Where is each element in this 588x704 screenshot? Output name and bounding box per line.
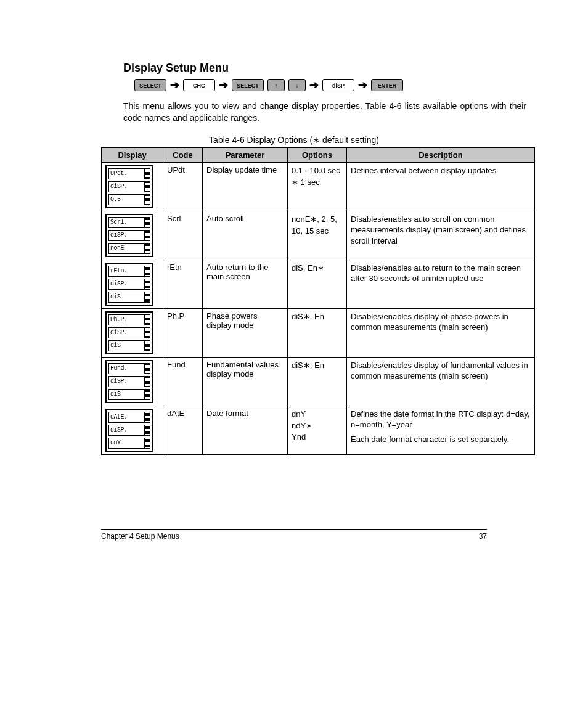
table-caption-default: (∗ default setting) [310, 135, 379, 145]
display-cell: UPdt.diSP.0.5 [102, 162, 163, 211]
code-cell: UPdt [163, 162, 203, 211]
table-row: Scrl.diSP.nonEScrlAuto scrollnonE∗, 2, 5… [102, 211, 535, 260]
options-cell: dnYndY∗Ynd [288, 406, 347, 454]
options-cell: diS∗, En [288, 357, 347, 406]
arrow-right-icon: ➔ [219, 78, 228, 92]
description-text: Disables/enables display of phase powers… [351, 311, 531, 333]
lcd-hatch-icon [144, 328, 150, 338]
lcd-row: Fund. [108, 363, 150, 374]
table-caption: Table 4-6 Display Options (∗ default set… [62, 135, 526, 145]
lcd-row: dnY [108, 438, 150, 449]
code-cell: rEtn [163, 260, 203, 308]
options-table: Display Code Parameter Options Descripti… [101, 147, 535, 455]
display-cell: dAtE.diSP.dnY [102, 406, 163, 454]
table-row: rEtn.diSP.diSrEtnAuto return to the main… [102, 260, 535, 308]
table-header-row: Display Code Parameter Options Descripti… [102, 147, 535, 162]
lcd-hatch-icon [144, 169, 150, 179]
lcd-hatch-icon [144, 390, 150, 399]
arrow-right-icon: ➔ [358, 78, 367, 92]
lcd-row: diSP. [108, 181, 150, 192]
up-arrow-icon: ↑ [267, 79, 285, 91]
description-text: Disables/enables auto scroll on common m… [351, 214, 531, 247]
code-cell: Scrl [163, 211, 203, 260]
lcd-hatch-icon [144, 377, 150, 387]
lcd-row: diSP. [108, 376, 150, 387]
lcd-icon: rEtn.diSP.diS [105, 263, 153, 306]
lcd-hatch-icon [144, 195, 150, 205]
lcd-row: diSP. [108, 230, 150, 241]
page-footer: Chapter 4 Setup Menus 37 [101, 529, 487, 541]
parameter-cell: Fundamental values display mode [203, 357, 288, 406]
parameter-cell: Date format [203, 406, 288, 454]
lcd-row: diSP. [108, 327, 150, 338]
breadcrumb-button-select-2: SELECT [232, 79, 264, 91]
lcd-row: dAtE. [108, 412, 150, 423]
lcd-hatch-icon [144, 231, 150, 240]
parameter-cell: Display update time [203, 162, 288, 211]
col-options: Options [288, 147, 347, 162]
lcd-hatch-icon [144, 425, 150, 435]
lcd-icon: Scrl.diSP.nonE [105, 214, 153, 257]
table-row: UPdt.diSP.0.5UPdtDisplay update time0.1 … [102, 162, 535, 211]
col-description: Description [347, 147, 535, 162]
breadcrumb: SELECT ➔ CHG ➔ SELECT ↑ ↓ ➔ diSP ➔ ENTER [134, 78, 526, 92]
lcd-hatch-icon [144, 341, 150, 351]
arrow-right-icon: ➔ [170, 78, 179, 92]
description-text: Defines interval between display updates [351, 165, 531, 176]
code-cell: dAtE [163, 406, 203, 454]
footer-chapter: Chapter 4 Setup Menus [101, 532, 179, 541]
lcd-hatch-icon [144, 279, 150, 289]
table-caption-prefix: Table 4-6 Display Options [209, 135, 309, 145]
display-cell: Ph.P.diSP.diS [102, 308, 163, 357]
breadcrumb-button-enter: ENTER [371, 79, 403, 91]
lcd-row: UPdt. [108, 168, 150, 179]
breadcrumb-button-select-1: SELECT [134, 79, 166, 91]
display-cell: rEtn.diSP.diS [102, 260, 163, 308]
lcd-icon: Ph.P.diSP.diS [105, 311, 153, 354]
table-row: dAtE.diSP.dnYdAtEDate formatdnYndY∗YndDe… [102, 406, 535, 454]
lcd-hatch-icon [144, 315, 150, 325]
description-cell: Disables/enables display of fundamental … [347, 357, 535, 406]
col-display: Display [102, 147, 163, 162]
intro-paragraph: This menu allows you to view and change … [123, 100, 526, 124]
description-text: Disables/enables display of fundamental … [351, 360, 531, 382]
options-cell: diS, En∗ [288, 260, 347, 308]
down-arrow-icon: ↓ [288, 79, 306, 91]
lcd-hatch-icon [144, 182, 150, 192]
lcd-row: Scrl. [108, 217, 150, 228]
lcd-icon: UPdt.diSP.0.5 [105, 165, 153, 208]
description-cell: Defines interval between display updates [347, 162, 535, 211]
lcd-row: Ph.P. [108, 314, 150, 325]
col-code: Code [163, 147, 203, 162]
lcd-hatch-icon [144, 266, 150, 276]
lcd-row: 0.5 [108, 194, 150, 205]
options-cell: diS∗, En [288, 308, 347, 357]
options-cell: nonE∗, 2, 5, 10, 15 sec [288, 211, 347, 260]
breadcrumb-button-chg: CHG [183, 79, 215, 91]
lcd-row: nonE [108, 243, 150, 254]
footer-page-number: 37 [479, 532, 487, 541]
description-text: Defines the date format in the RTC displ… [351, 409, 531, 430]
description-cell: Disables/enables auto scroll on common m… [347, 211, 535, 260]
lcd-row: diS [108, 340, 150, 351]
display-cell: Scrl.diSP.nonE [102, 211, 163, 260]
table-row: Ph.P.diSP.diSPh.PPhase powers display mo… [102, 308, 535, 357]
code-cell: Ph.P [163, 308, 203, 357]
options-cell: 0.1 - 10.0 sec∗ 1 sec [288, 162, 347, 211]
parameter-cell: Phase powers display mode [203, 308, 288, 357]
section-heading: Display Setup Menu [123, 62, 526, 75]
parameter-cell: Auto scroll [203, 211, 288, 260]
lcd-row: diS [108, 292, 150, 303]
code-cell: Fund [163, 357, 203, 406]
table-row: Fund.diSP.diSFundFundamental values disp… [102, 357, 535, 406]
description-text: Each date format character is set separa… [351, 434, 531, 445]
lcd-hatch-icon [144, 412, 150, 422]
lcd-row: diSP. [108, 425, 150, 436]
lcd-hatch-icon [144, 292, 150, 302]
description-cell: Defines the date format in the RTC displ… [347, 406, 535, 454]
lcd-row: diSP. [108, 279, 150, 290]
lcd-icon: dAtE.diSP.dnY [105, 409, 153, 452]
lcd-row: rEtn. [108, 266, 150, 277]
lcd-row: diS [108, 389, 150, 400]
lcd-icon: Fund.diSP.diS [105, 360, 153, 403]
